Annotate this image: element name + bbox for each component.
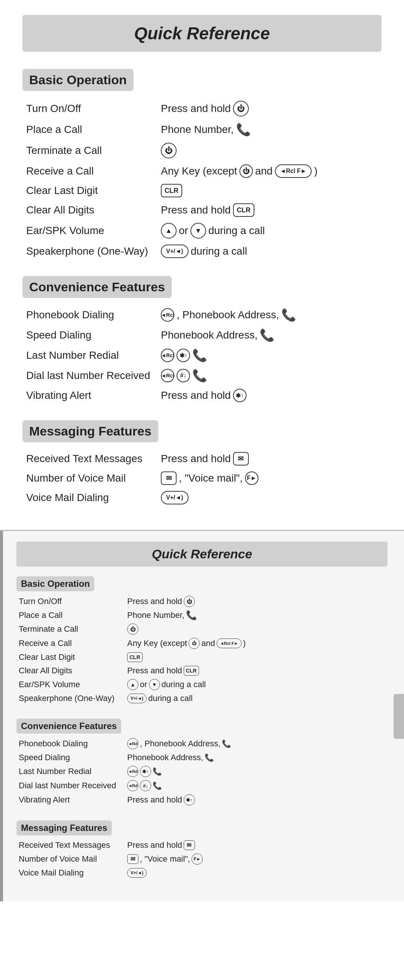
mini-value-clear-last: CLR <box>127 652 385 662</box>
label-clear-all-digits: Clear All Digits <box>26 204 161 216</box>
rcl-icon-lnr: ◄Rcl <box>161 348 174 362</box>
mini-value-clear-all: Press and hold CLR <box>127 666 385 676</box>
label-voice-mail-dialing: Voice Mail Dialing <box>26 492 161 504</box>
mini-label-speed-dial: Speed Dialing <box>19 753 127 762</box>
row-number-voice-mail: Number of Voice Mail ✉ , "Voice mail", F… <box>22 468 382 488</box>
row-receive-call: Receive a Call Any Key (except ⏻ and ◄Rc… <box>22 161 382 181</box>
mini-value-voice-mail-dial: V+/◄) <box>127 868 385 878</box>
row-terminate-call: Terminate a Call ⏻ <box>22 140 382 161</box>
mini-label-receive-call: Receive a Call <box>19 638 127 648</box>
mini-row-turn-on-off: Turn On/Off Press and hold ⏻ <box>16 594 388 609</box>
mini-msg-icon: ✉ <box>184 840 195 850</box>
row-last-number-redial: Last Number Redial ◄Rcl ✱↑ 📞 <box>22 345 382 366</box>
label-turn-on-off: Turn On/Off <box>26 103 161 115</box>
value-voice-mail-dialing: V+/◄) <box>161 491 378 504</box>
value-received-text-messages: Press and hold ✉ <box>161 452 378 466</box>
mini-label-voice-mail-dial: Voice Mail Dialing <box>19 868 127 878</box>
mini-row-voice-mail-num: Number of Voice Mail ✉ , "Voice mail", F… <box>16 852 388 866</box>
mini-convenience-section: Convenience Features Phonebook Dialing ◄… <box>16 716 388 807</box>
mini-vol-up-icon: ▲ <box>127 679 138 690</box>
label-place-call: Place a Call <box>26 124 161 135</box>
page: Quick Reference Basic Operation Turn On/… <box>0 0 404 901</box>
label-number-voice-mail: Number of Voice Mail <box>26 472 161 484</box>
messaging-features-header: Messaging Features <box>22 420 158 442</box>
mini-value-speakerphone: V+/◄) during a call <box>127 694 385 703</box>
spk-icon-vm: V+/◄) <box>161 491 189 504</box>
mini-call-icon-pb: 📞 <box>222 739 231 748</box>
end-call-icon: ⏻ <box>161 143 177 158</box>
messaging-features-section: Messaging Features Received Text Message… <box>22 417 382 508</box>
mini-vibrate-icon: ✱↑ <box>184 794 195 805</box>
main-title: Quick Reference <box>22 15 382 52</box>
mini-row-clear-all: Clear All Digits Press and hold CLR <box>16 664 388 678</box>
mini-row-receive-call: Receive a Call Any Key (except ⏻ and ◄Rc… <box>16 636 388 651</box>
except-power-icon: ⏻ <box>239 164 253 178</box>
mini-call-icon: 📞 <box>186 610 197 620</box>
label-receive-call: Receive a Call <box>26 165 161 177</box>
f-key-icon: F► <box>245 471 258 485</box>
mini-value-voice-mail-num: ✉ , "Voice mail", F► <box>127 853 385 865</box>
clr-hold-icon: CLR <box>233 203 254 217</box>
left-border-bar <box>0 531 3 901</box>
mini-row-place-call: Place a Call Phone Number, 📞 <box>16 609 388 622</box>
mini-row-phonebook: Phonebook Dialing ◄Rd , Phonebook Addres… <box>16 737 388 751</box>
mini-vol-dn-icon: ▼ <box>149 679 160 690</box>
spk-icon: V+/◄) <box>161 245 189 258</box>
row-received-text-messages: Received Text Messages Press and hold ✉ <box>22 449 382 468</box>
mini-except-power: ⏻ <box>189 638 200 649</box>
mini-label-clear-last: Clear Last Digit <box>19 652 127 662</box>
side-tab <box>393 694 404 739</box>
mini-convenience-header: Convenience Features <box>16 719 121 733</box>
mini-label-vibrating: Vibrating Alert <box>19 795 127 805</box>
mini-row-voice-mail-dial: Voice Mail Dialing V+/◄) <box>16 866 388 880</box>
row-turn-on-off: Turn On/Off Press and hold ⏻ <box>22 98 382 119</box>
row-phonebook-dialing: Phonebook Dialing ◄Rcl , Phonebook Addre… <box>22 305 382 325</box>
value-place-call: Phone Number, 📞 <box>161 123 378 137</box>
value-number-voice-mail: ✉ , "Voice mail", F► <box>161 471 378 485</box>
call-icon-lnr: 📞 <box>192 348 207 363</box>
msg-icon-vm: ✉ <box>161 471 177 485</box>
label-clear-last-digit: Clear Last Digit <box>26 185 161 197</box>
mini-rcl-icon-lr: ◄Rd <box>127 766 138 777</box>
mini-power-icon: ⏻ <box>184 596 195 607</box>
label-terminate-call: Terminate a Call <box>26 145 161 156</box>
value-phonebook-dialing: ◄Rcl , Phonebook Address, 📞 <box>161 308 378 322</box>
mini-rcl-icon-dr: ◄Rd <box>127 780 138 791</box>
label-phonebook-dialing: Phonebook Dialing <box>26 309 161 321</box>
power-icon: ⏻ <box>233 101 249 116</box>
mini-label-speakerphone: Speakerphone (One-Way) <box>19 694 127 703</box>
mini-value-turn-on-off: Press and hold ⏻ <box>127 596 385 607</box>
mini-row-speakerphone: Speakerphone (One-Way) V+/◄) during a ca… <box>16 692 388 705</box>
mini-basic-operation-section: Basic Operation Turn On/Off Press and ho… <box>16 574 388 705</box>
mini-row-dial-received: Dial last Number Received ◄Rd #↓ 📞 <box>16 778 388 793</box>
mini-value-place-call: Phone Number, 📞 <box>127 610 385 620</box>
mini-label-clear-all: Clear All Digits <box>19 666 127 676</box>
vol-dn-icon: ▼ <box>190 223 206 239</box>
label-speed-dialing: Speed Dialing <box>26 329 161 341</box>
star-up-icon: ✱↑ <box>177 348 190 362</box>
mini-label-voice-mail-num: Number of Voice Mail <box>19 854 127 864</box>
mini-label-turn-on-off: Turn On/Off <box>19 597 127 606</box>
value-ear-spk-volume: ▲ or ▼ during a call <box>161 223 378 239</box>
label-received-text-messages: Received Text Messages <box>26 453 161 465</box>
clr-icon: CLR <box>161 184 182 197</box>
value-turn-on-off: Press and hold ⏻ <box>161 101 378 116</box>
row-speed-dialing: Speed Dialing Phonebook Address, 📞 <box>22 325 382 345</box>
row-dial-last-received: Dial last Number Received ◄Rcl #↓ 📞 <box>22 366 382 386</box>
rcl-icon-dlr: ◄Rcl <box>161 369 174 382</box>
value-clear-last-digit: CLR <box>161 184 378 197</box>
hash-dn-icon: #↓ <box>177 369 190 382</box>
mini-label-phonebook: Phonebook Dialing <box>19 739 127 749</box>
convenience-features-section: Convenience Features Phonebook Dialing ◄… <box>22 272 382 405</box>
call-icon: 📞 <box>236 123 251 137</box>
mini-value-receive-call: Any Key (except ⏻ and ◄Rcl F► ) <box>127 638 385 649</box>
mini-value-dial-received: ◄Rd #↓ 📞 <box>127 780 385 791</box>
call-icon-sd: 📞 <box>260 328 274 342</box>
mini-title: Quick Reference <box>16 541 388 566</box>
mini-row-volume: Ear/SPK Volume ▲ or ▼ during a call <box>16 678 388 692</box>
mini-value-received-text: Press and hold ✉ <box>127 840 385 850</box>
value-speed-dialing: Phonebook Address, 📞 <box>161 328 378 342</box>
mini-clr-hold-icon: CLR <box>184 666 199 676</box>
vol-up-icon: ▲ <box>161 223 177 239</box>
call-icon-pb: 📞 <box>281 308 296 322</box>
